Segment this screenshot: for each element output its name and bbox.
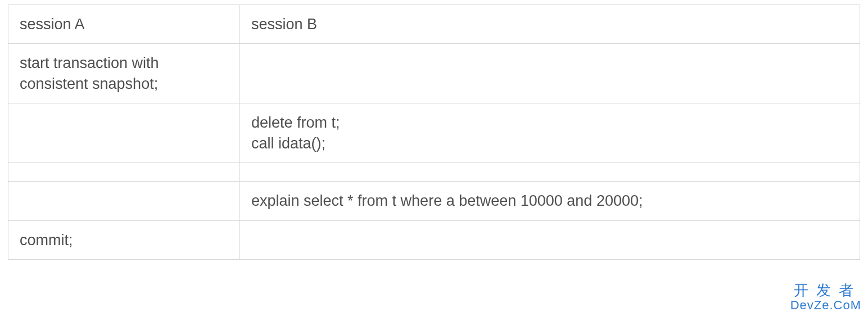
cell-session-b — [240, 163, 860, 182]
cell-session-b — [240, 220, 860, 259]
cell-session-a — [8, 182, 240, 220]
watermark: 开发者 DevZe.CoM — [790, 281, 861, 313]
watermark-line1: 开发者 — [790, 281, 861, 300]
cell-session-a — [8, 163, 240, 182]
table-row — [8, 163, 860, 182]
cell-session-a — [8, 103, 240, 163]
cell-session-a: start transaction with consistent snapsh… — [8, 44, 240, 103]
col-header-session-a: session A — [8, 5, 240, 44]
cell-session-b: explain select * from t where a between … — [240, 182, 860, 220]
cell-session-a: commit; — [8, 220, 240, 259]
session-table: session A session B start transaction wi… — [8, 4, 860, 260]
cell-session-b: delete from t; call idata(); — [240, 103, 860, 163]
table-row: explain select * from t where a between … — [8, 182, 860, 220]
table-row: commit; — [8, 220, 860, 259]
table-row: start transaction with consistent snapsh… — [8, 44, 860, 103]
watermark-line2: DevZe.CoM — [790, 298, 861, 313]
table-row: delete from t; call idata(); — [8, 103, 860, 163]
cell-session-b — [240, 44, 860, 103]
table-header-row: session A session B — [8, 5, 860, 44]
col-header-session-b: session B — [240, 5, 860, 44]
session-table-container: session A session B start transaction wi… — [0, 0, 868, 264]
